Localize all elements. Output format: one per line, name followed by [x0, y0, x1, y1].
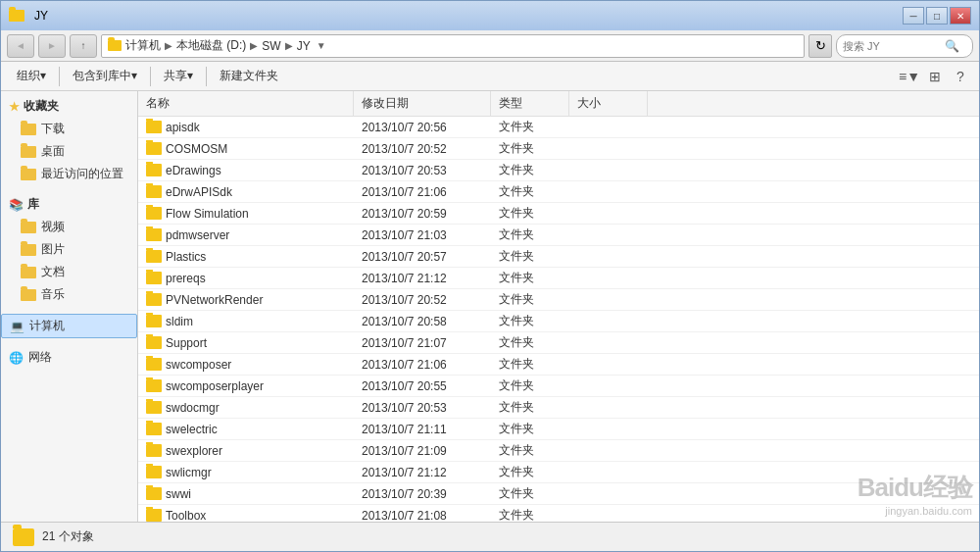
file-size-cell — [569, 125, 648, 129]
file-name: swexplorer — [166, 444, 222, 458]
file-size-cell — [569, 320, 648, 324]
folder-icon — [146, 358, 162, 371]
path-jy[interactable]: JY — [297, 39, 311, 53]
sidebar-item-recent[interactable]: 最近访问的位置 — [1, 163, 137, 185]
file-name-cell: sldim — [138, 313, 354, 330]
search-icon[interactable]: 🔍 — [945, 39, 959, 53]
table-row[interactable]: pdmwserver 2013/10/7 21:03 文件夹 — [138, 225, 979, 246]
view-details-button[interactable]: ≡▼ — [899, 66, 920, 87]
table-row[interactable]: prereqs 2013/10/7 21:12 文件夹 — [138, 268, 979, 289]
file-size-cell — [569, 514, 648, 518]
table-row[interactable]: swdocmgr 2013/10/7 20:53 文件夹 — [138, 397, 979, 419]
library-header[interactable]: 📚 库 — [1, 193, 137, 216]
file-size-cell — [569, 276, 648, 280]
table-row[interactable]: Support 2013/10/7 21:07 文件夹 — [138, 332, 979, 354]
table-row[interactable]: Flow Simulation 2013/10/7 20:59 文件夹 — [138, 203, 979, 225]
path-arrow-3: ▶ — [285, 40, 293, 51]
file-name: Flow Simulation — [166, 207, 249, 221]
folder-icon — [146, 315, 162, 327]
file-name: PVNetworkRender — [166, 293, 263, 307]
sidebar-item-network[interactable]: 🌐 网络 — [1, 346, 137, 369]
download-folder-icon — [21, 124, 36, 135]
address-path[interactable]: 计算机 ▶ 本地磁盘 (D:) ▶ SW ▶ JY ▼ — [101, 34, 805, 58]
table-row[interactable]: swwi 2013/10/7 20:39 文件夹 — [138, 483, 979, 505]
file-date-cell: 2013/10/7 20:39 — [354, 485, 491, 503]
pictures-folder-icon — [21, 244, 36, 256]
add-to-library-button[interactable]: 包含到库中▾ — [65, 65, 145, 88]
file-date-cell: 2013/10/7 21:11 — [354, 421, 491, 438]
folder-icon — [146, 185, 162, 198]
folder-icon — [146, 142, 162, 155]
sidebar-item-pictures[interactable]: 图片 — [1, 238, 137, 261]
sidebar-item-download[interactable]: 下载 — [1, 118, 137, 140]
video-folder-icon — [21, 222, 36, 233]
refresh-button[interactable]: ↻ — [808, 34, 832, 58]
file-name: COSMOSM — [166, 142, 227, 156]
new-folder-button[interactable]: 新建文件夹 — [212, 65, 286, 88]
desktop-folder-icon — [21, 146, 36, 158]
sidebar-item-computer[interactable]: 💻 计算机 — [1, 314, 137, 338]
file-name-cell: swlicmgr — [138, 464, 354, 481]
minimize-button[interactable]: ─ — [903, 7, 924, 25]
share-button[interactable]: 共享▾ — [156, 65, 201, 88]
table-row[interactable]: Toolbox 2013/10/7 21:08 文件夹 — [138, 505, 979, 522]
table-row[interactable]: swelectric 2013/10/7 21:11 文件夹 — [138, 419, 979, 440]
table-row[interactable]: COSMOSM 2013/10/7 20:52 文件夹 — [138, 138, 979, 160]
path-sw[interactable]: SW — [262, 39, 280, 53]
file-size-cell — [569, 147, 648, 151]
folder-icon — [146, 423, 162, 435]
folder-icon — [146, 466, 162, 478]
sidebar-item-music[interactable]: 音乐 — [1, 283, 137, 306]
table-row[interactable]: swexplorer 2013/10/7 21:09 文件夹 — [138, 440, 979, 462]
file-type-cell: 文件夹 — [491, 268, 569, 288]
organize-button[interactable]: 组织▾ — [9, 65, 54, 88]
column-header-size[interactable]: 大小 — [569, 91, 648, 116]
view-tiles-button[interactable]: ⊞ — [924, 66, 946, 87]
library-icon: 📚 — [9, 198, 24, 212]
file-type-cell: 文件夹 — [491, 225, 569, 245]
table-row[interactable]: swcomposer 2013/10/7 21:06 文件夹 — [138, 354, 979, 376]
table-row[interactable]: swlicmgr 2013/10/7 21:12 文件夹 — [138, 462, 979, 483]
forward-button[interactable]: ► — [38, 34, 66, 58]
path-computer[interactable]: 计算机 — [125, 37, 161, 54]
close-button[interactable]: ✕ — [950, 7, 971, 25]
help-button[interactable]: ? — [950, 66, 971, 87]
column-header-name[interactable]: 名称 — [138, 91, 354, 116]
table-row[interactable]: swcomposerplayer 2013/10/7 20:55 文件夹 — [138, 376, 979, 397]
table-row[interactable]: PVNetworkRender 2013/10/7 20:52 文件夹 — [138, 289, 979, 311]
back-button[interactable]: ◄ — [7, 34, 34, 58]
folder-icon — [146, 250, 162, 263]
sidebar-item-video[interactable]: 视频 — [1, 216, 137, 238]
music-folder-icon — [21, 289, 36, 301]
table-row[interactable]: eDrwAPISdk 2013/10/7 21:06 文件夹 — [138, 181, 979, 203]
table-row[interactable]: sldim 2013/10/7 20:58 文件夹 — [138, 311, 979, 332]
sidebar-item-documents[interactable]: 文档 — [1, 261, 137, 283]
file-name: sldim — [166, 315, 193, 328]
library-section: 📚 库 视频 图片 文档 音乐 — [1, 193, 137, 306]
file-name: swwi — [166, 487, 191, 501]
favorites-header[interactable]: ★ 收藏夹 — [1, 95, 137, 118]
file-size-cell — [569, 169, 648, 173]
path-drive[interactable]: 本地磁盘 (D:) — [176, 37, 246, 54]
file-name: swcomposer — [166, 358, 231, 372]
file-size-cell — [569, 233, 648, 237]
column-header-date[interactable]: 修改日期 — [354, 91, 491, 116]
column-header-type[interactable]: 类型 — [491, 91, 569, 116]
file-date-cell: 2013/10/7 20:57 — [354, 248, 491, 266]
maximize-button[interactable]: □ — [926, 7, 948, 25]
folder-icon — [146, 228, 162, 241]
file-name-cell: eDrawings — [138, 162, 354, 179]
star-icon: ★ — [9, 100, 20, 114]
file-size-cell — [569, 427, 648, 431]
table-row[interactable]: Plastics 2013/10/7 20:57 文件夹 — [138, 246, 979, 268]
window: JY ─ □ ✕ ◄ ► ↑ 计算机 ▶ 本地磁盘 (D:) ▶ SW ▶ JY… — [0, 0, 980, 552]
table-row[interactable]: eDrawings 2013/10/7 20:53 文件夹 — [138, 160, 979, 181]
search-input[interactable] — [843, 40, 941, 52]
up-button[interactable]: ↑ — [70, 34, 97, 58]
file-name: swcomposerplayer — [166, 379, 264, 393]
file-date-cell: 2013/10/7 20:56 — [354, 119, 491, 136]
sidebar-item-desktop[interactable]: 桌面 — [1, 140, 137, 163]
table-row[interactable]: apisdk 2013/10/7 20:56 文件夹 — [138, 117, 979, 138]
file-type-cell: 文件夹 — [491, 289, 569, 310]
toolbar-separator-2 — [150, 67, 151, 86]
